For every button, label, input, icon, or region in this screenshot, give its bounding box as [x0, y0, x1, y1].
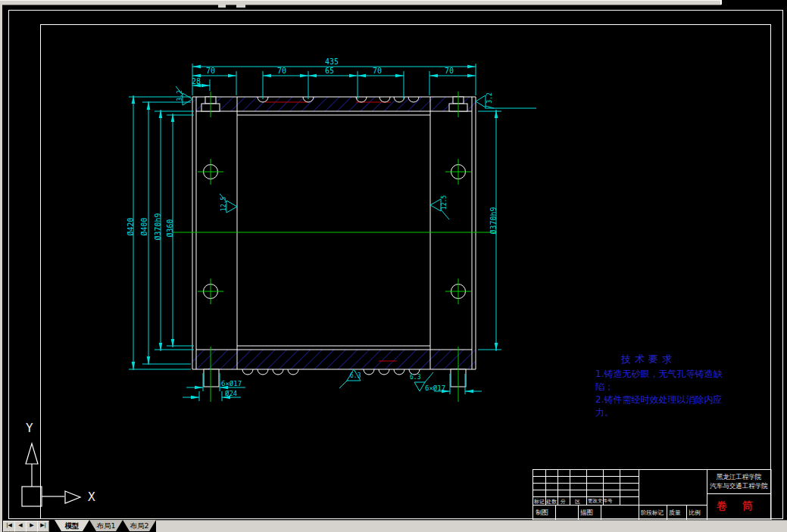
tech-requirements-line: 陷； [595, 381, 614, 394]
dim-bolt-holes-right: 6×Ø17 [425, 384, 445, 392]
tab-nav-first-button[interactable]: |◀ [3, 521, 15, 532]
dim-total-width: 435 [325, 58, 339, 66]
dim-seg-70b: 70 [277, 67, 286, 75]
tab-nav-next-button[interactable]: ▶ [26, 521, 38, 532]
horizontal-scrollbar[interactable] [156, 520, 787, 532]
dim-seg-70c: 70 [373, 67, 382, 75]
dim-dia-360: Ø360 [166, 213, 174, 244]
cad-drawing-window: 435 70 70 65 70 70 28 Ø420 Ø400 Ø370h9 Ø… [0, 0, 787, 532]
section-hatching [192, 97, 476, 369]
drawing-frame [9, 11, 783, 519]
tab-layout1[interactable]: 布局1 [89, 520, 123, 531]
tech-requirements-line: 力。 [595, 406, 614, 419]
part-name: 卷筒 [717, 499, 768, 513]
tracer-label: 描图 [580, 509, 593, 518]
roughness-mid-left: 12.5 [220, 193, 227, 216]
roughness-mid-right: 12.5 [441, 191, 448, 214]
layout-tab-bar: |◀ ◀ ▶ ▶| 模型 布局1 布局2 [0, 519, 787, 532]
part-section-outline [192, 97, 476, 387]
tab-nav-prev-button[interactable]: ◀ [14, 521, 27, 532]
dim-dia-420: Ø420 [126, 212, 135, 242]
scale-label: 比例 [689, 509, 701, 517]
tech-requirements-line: 1.铸造无砂眼，无气孔等铸造缺 [595, 368, 722, 381]
revision-label-mark: 标记 [534, 498, 545, 506]
dim-bolt-holes-left: 6×Ø17 [221, 380, 242, 387]
institution-name-line1: 黑龙江工程学院 [707, 473, 771, 482]
roughness-top-left: 3.2 [176, 86, 183, 106]
rope-lines [265, 102, 397, 361]
dim-dia-370h9-right: Ø370h9 [489, 198, 498, 244]
roughness-top-right: 3.2 [486, 89, 493, 108]
drawing-canvas[interactable] [0, 0, 787, 532]
dim-offset-28: 28 [192, 77, 201, 86]
tab-model[interactable]: 模型 [55, 520, 89, 531]
ucs-x-label: X [88, 490, 95, 504]
dim-seg-70d: 70 [445, 67, 454, 75]
revision-label-count: 处数 [546, 498, 557, 506]
dim-dia-400: Ø400 [140, 212, 148, 242]
revision-label-docno: 更改文件号 [588, 498, 613, 505]
institution-name-line2: 汽车与交通工程学院 [707, 482, 771, 491]
ucs-icon [22, 443, 80, 506]
dim-seg-65: 65 [325, 67, 334, 75]
tab-layout2[interactable]: 布局2 [123, 520, 156, 531]
tab-nav-last-button[interactable]: ▶| [37, 521, 49, 532]
revision-label-zone1: 分 [561, 498, 566, 506]
dim-dia-370h9-left: Ø370h9 [154, 204, 162, 250]
revision-label-zone2: 区 [575, 498, 580, 506]
ucs-y-label: Y [26, 421, 33, 435]
roughness-bottom-mid: 6.3 [350, 372, 361, 379]
mass-label: 质量 [669, 509, 681, 517]
stage-mark-label: 阶段标记 [641, 509, 664, 517]
maker-label: 制图 [536, 509, 548, 518]
dim-seg-70a: 70 [206, 67, 215, 75]
roughness-bottom-right: 6.3 [410, 374, 420, 381]
dim-bolt-circle: Ø24 [225, 390, 237, 397]
tech-requirements-line: 2.铸件需经时效处理以消除内应 [595, 394, 722, 406]
tech-requirements-title: 技术要求 [621, 353, 676, 366]
